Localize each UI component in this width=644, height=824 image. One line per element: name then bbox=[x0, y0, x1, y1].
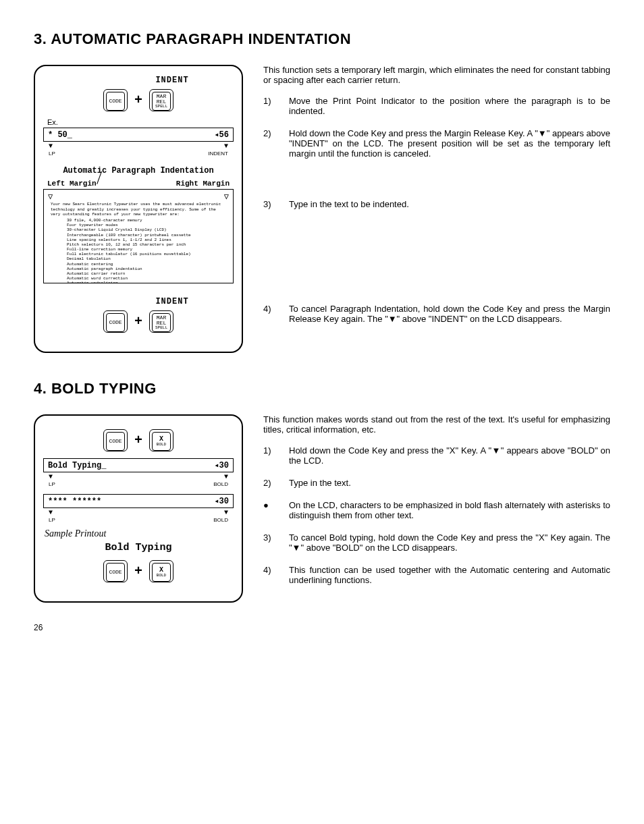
bold-label-small: BOLD bbox=[213, 517, 228, 523]
plus-icon: + bbox=[134, 92, 142, 108]
section-4-intro: This function makes words stand out from… bbox=[263, 414, 610, 435]
section-3-intro: This function sets a temporary left marg… bbox=[263, 65, 610, 85]
figure-bold-panel: CODE + XBOLD Bold Typing_ ◂30 ▼ ▼ LP BOL… bbox=[34, 414, 243, 603]
bold-label-small: BOLD bbox=[213, 481, 228, 487]
sample-printout-label: Sample Printout bbox=[45, 528, 234, 539]
step-3: 3)Type in the text to be indented. bbox=[263, 199, 610, 209]
step-4: 4)To cancel Paragraph Indentation, hold … bbox=[263, 304, 610, 324]
code-key: CODE bbox=[103, 89, 128, 111]
key-combo-indent-top: CODE + MARRELSPELL bbox=[43, 89, 234, 111]
step-2: 2)Hold down the Code Key and press the M… bbox=[263, 128, 610, 159]
mar-rel-key: MARRELSPELL bbox=[149, 310, 173, 333]
step-bullet: ●On the LCD, characters to be emphasized… bbox=[263, 500, 610, 520]
code-key: CODE bbox=[103, 310, 128, 333]
lp-label: LP bbox=[49, 150, 55, 157]
triangle-down-icon: ▼ bbox=[49, 473, 53, 480]
indent-heading-2: INDENT bbox=[111, 297, 234, 306]
step-1: 1)Hold down the Code Key and press the "… bbox=[263, 445, 610, 466]
key-combo-bold-top: CODE + XBOLD bbox=[43, 429, 234, 451]
bold-sample-text: Bold Typing bbox=[43, 542, 234, 553]
x-bold-key: XBOLD bbox=[149, 560, 173, 582]
code-key: CODE bbox=[103, 560, 128, 582]
lcd-display-1: * 50_ ◂56 bbox=[43, 128, 234, 142]
left-margin-label: Left Margin bbox=[47, 180, 97, 188]
triangle-down-icon: ▼ bbox=[224, 142, 228, 150]
step-3: 3)To cancel Bold typing, hold down the C… bbox=[263, 532, 610, 553]
lcd-bold-1: Bold Typing_ ◂30 bbox=[43, 458, 234, 472]
key-combo-indent-bottom: CODE + MARRELSPELL bbox=[43, 310, 234, 333]
figure-indent-panel: INDENT CODE + MARRELSPELL Ex. * 50_ ◂56 … bbox=[34, 65, 243, 353]
figure-caption: Automatic Paragraph Indentation bbox=[43, 166, 234, 175]
plus-icon: + bbox=[134, 314, 142, 329]
indent-heading: INDENT bbox=[111, 76, 234, 85]
section-4-title: 4. BOLD TYPING bbox=[34, 380, 610, 397]
lcd-bold-2: **** ****** ◂30 bbox=[43, 494, 234, 508]
plus-icon: + bbox=[134, 433, 142, 448]
indent-label-small: INDENT bbox=[208, 150, 228, 157]
step-4: 4)This function can be used together wit… bbox=[263, 565, 610, 585]
triangle-down-icon: ▼ bbox=[49, 142, 53, 150]
code-key: CODE bbox=[103, 429, 128, 451]
key-combo-bold-bottom: CODE + XBOLD bbox=[43, 560, 234, 582]
step-2: 2)Type in the text. bbox=[263, 478, 610, 488]
lp-label: LP bbox=[49, 481, 55, 487]
plus-icon: + bbox=[134, 564, 142, 579]
mar-rel-key: MARRELSPELL bbox=[149, 89, 173, 111]
indented-page-illustration: ▽ ▽ Your new Sears Electronic Typewriter… bbox=[43, 189, 234, 283]
triangle-open-icon: ▽ bbox=[48, 192, 53, 202]
step-1: 1)Move the Print Point Indicator to the … bbox=[263, 96, 610, 116]
triangle-open-icon: ▽ bbox=[224, 192, 229, 202]
right-margin-label: Right Margin bbox=[176, 180, 230, 188]
x-bold-key: XBOLD bbox=[149, 429, 173, 451]
triangle-down-icon: ▼ bbox=[49, 509, 53, 516]
example-label: Ex. bbox=[47, 118, 234, 126]
triangle-down-icon: ▼ bbox=[224, 509, 228, 516]
section-3-title: 3. AUTOMATIC PARAGRAPH INDENTATION bbox=[34, 30, 610, 48]
page-number: 26 bbox=[34, 623, 610, 632]
triangle-down-icon: ▼ bbox=[224, 473, 228, 480]
lp-label: LP bbox=[49, 517, 55, 523]
